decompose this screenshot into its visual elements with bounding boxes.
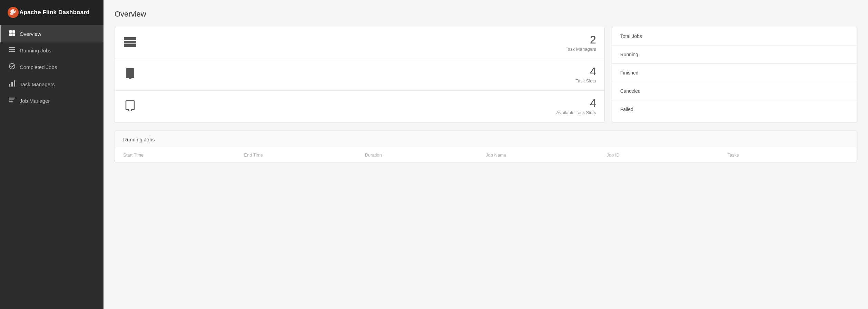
page-title: Overview	[115, 10, 857, 19]
sidebar-nav: Overview Running Jobs Completed Jobs	[0, 25, 103, 109]
svg-rect-19	[124, 41, 136, 43]
job-summary-card: Total Jobs Running Finished Canceled Fai…	[612, 27, 857, 122]
finished-row: Finished	[612, 64, 857, 82]
task-slots-stat-icon	[123, 68, 137, 81]
svg-rect-17	[9, 101, 13, 102]
sidebar: Apache Flink Dashboard Overview	[0, 0, 103, 309]
job-manager-icon	[9, 98, 16, 104]
sidebar-item-job-manager-label: Job Manager	[20, 98, 50, 104]
col-job-id: Job ID	[606, 152, 727, 158]
task-managers-stat: 2 Task Managers	[115, 27, 604, 59]
failed-row: Failed	[612, 100, 857, 118]
svg-rect-8	[9, 47, 15, 48]
task-slots-value-group: 4 Task Slots	[144, 66, 596, 83]
available-task-slots-stat-icon	[123, 100, 137, 113]
available-task-slots-number: 4	[144, 98, 596, 109]
svg-rect-12	[9, 84, 10, 87]
col-tasks: Tasks	[728, 152, 848, 158]
running-row: Running	[612, 46, 857, 64]
svg-rect-6	[9, 33, 12, 36]
sidebar-item-overview[interactable]: Overview	[0, 25, 103, 42]
task-managers-label: Task Managers	[144, 47, 596, 52]
task-managers-value-group: 2 Task Managers	[144, 34, 596, 52]
svg-rect-20	[124, 44, 136, 47]
sidebar-item-task-managers[interactable]: Task Managers	[0, 76, 103, 93]
task-managers-stat-icon	[123, 37, 137, 49]
sidebar-header: Apache Flink Dashboard	[0, 0, 103, 25]
running-jobs-section: Running Jobs Start Time End Time Duratio…	[115, 131, 857, 162]
finished-label: Finished	[620, 70, 639, 76]
metrics-card: 2 Task Managers 4 Task Slots	[115, 27, 605, 122]
main-content: Overview 2 Task Managers	[103, 0, 868, 309]
overview-icon	[9, 30, 16, 38]
running-jobs-header: Running Jobs	[115, 131, 857, 148]
svg-rect-4	[9, 30, 12, 33]
col-job-name: Job Name	[486, 152, 606, 158]
col-start-time: Start Time	[123, 152, 244, 158]
flink-logo-icon	[7, 6, 19, 19]
svg-rect-13	[11, 82, 13, 87]
sidebar-item-completed-jobs[interactable]: Completed Jobs	[0, 58, 103, 76]
available-task-slots-value-group: 4 Available Task Slots	[144, 98, 596, 115]
app-title: Apache Flink Dashboard	[19, 9, 90, 16]
task-managers-number: 2	[144, 34, 596, 45]
col-duration: Duration	[365, 152, 486, 158]
total-jobs-label: Total Jobs	[620, 33, 642, 39]
sidebar-item-task-managers-label: Task Managers	[20, 81, 55, 87]
task-managers-icon	[9, 80, 16, 88]
svg-rect-9	[9, 49, 15, 50]
stats-row: 2 Task Managers 4 Task Slots	[115, 27, 857, 122]
task-slots-number: 4	[144, 66, 596, 77]
sidebar-item-running-jobs[interactable]: Running Jobs	[0, 42, 103, 58]
sidebar-item-completed-jobs-label: Completed Jobs	[20, 64, 57, 70]
available-task-slots-label: Available Task Slots	[144, 110, 596, 115]
total-jobs-row: Total Jobs	[612, 27, 857, 46]
completed-jobs-icon	[9, 63, 16, 71]
svg-point-11	[9, 63, 15, 69]
svg-point-2	[10, 12, 13, 15]
canceled-row: Canceled	[612, 82, 857, 100]
failed-label: Failed	[620, 107, 633, 112]
running-jobs-icon	[9, 47, 16, 53]
svg-rect-16	[9, 100, 14, 101]
table-header: Start Time End Time Duration Job Name Jo…	[115, 148, 857, 162]
canceled-label: Canceled	[620, 88, 641, 94]
sidebar-item-overview-label: Overview	[20, 31, 41, 37]
svg-rect-7	[12, 33, 15, 36]
task-slots-label: Task Slots	[144, 78, 596, 83]
svg-rect-15	[9, 98, 15, 99]
svg-rect-5	[12, 30, 15, 33]
sidebar-item-running-jobs-label: Running Jobs	[20, 48, 51, 53]
sidebar-item-job-manager[interactable]: Job Manager	[0, 93, 103, 109]
available-task-slots-stat: 4 Available Task Slots	[115, 91, 604, 122]
col-end-time: End Time	[244, 152, 365, 158]
svg-rect-10	[9, 51, 15, 52]
svg-point-3	[14, 10, 15, 11]
task-slots-stat: 4 Task Slots	[115, 59, 604, 91]
svg-rect-14	[14, 80, 15, 87]
running-label: Running	[620, 52, 638, 57]
svg-rect-18	[124, 37, 136, 40]
